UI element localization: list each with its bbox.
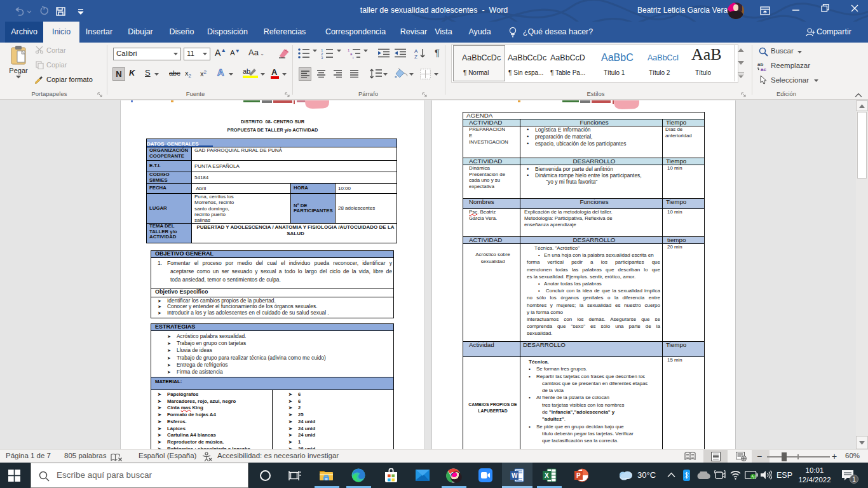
- svg-text:A: A: [414, 48, 418, 54]
- svg-text:3: 3: [321, 56, 323, 59]
- svg-text:X: X: [545, 472, 549, 479]
- svg-text:i: i: [353, 56, 353, 59]
- svg-text:W: W: [512, 472, 518, 479]
- svg-text:P: P: [576, 472, 581, 479]
- svg-text:ac: ac: [761, 67, 766, 72]
- svg-text:Z: Z: [414, 54, 417, 59]
